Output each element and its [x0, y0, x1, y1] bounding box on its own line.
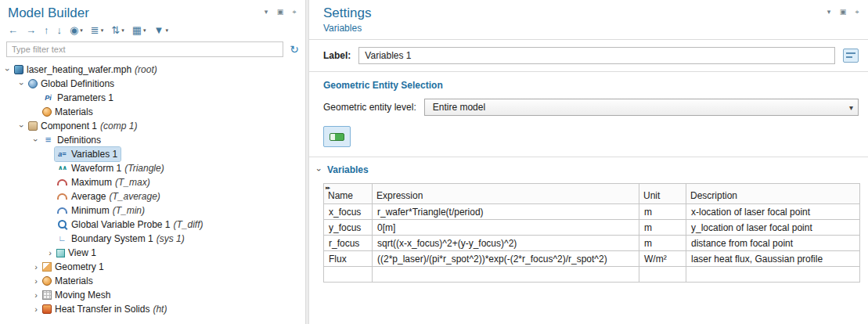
collapse-expand-icon[interactable]: ⇅▾ [111, 24, 124, 36]
chevron-collapsed-icon[interactable]: › [31, 288, 41, 302]
tree-item[interactable]: ›Definitions [0, 133, 305, 147]
chevron-collapsed-icon[interactable]: › [45, 246, 55, 260]
chevron-collapsed-icon[interactable]: › [31, 260, 41, 274]
active-selection-toggle[interactable] [323, 126, 351, 147]
cell-unit[interactable]: W/m² [639, 251, 686, 267]
tree-item[interactable]: ›View 1 [0, 246, 305, 260]
tree-item[interactable]: ›Moving Mesh [0, 288, 305, 302]
table-row[interactable] [324, 267, 860, 283]
tree-item-tag: (comp 1) [100, 119, 137, 133]
float-icon[interactable]: ▣ [276, 8, 285, 16]
tree-item[interactable]: ›Global Definitions [0, 77, 305, 91]
pin-icon[interactable]: ⌖ [852, 8, 862, 16]
pin-icon[interactable]: ⌖ [290, 8, 299, 16]
chevron-collapsed-icon[interactable]: › [31, 302, 41, 316]
header-unit[interactable]: Unit [639, 184, 686, 204]
cell-unit[interactable]: m [639, 204, 686, 220]
cell-description[interactable]: laser heat flux, Gaussian profile [686, 251, 860, 267]
filter-icon[interactable]: ▼▾ [154, 24, 168, 36]
float-icon[interactable]: ▣ [838, 8, 848, 16]
table-row[interactable]: Flux((2*p_laser)/(pi*r_spot^2))*exp(-(2*… [324, 251, 860, 267]
tree-item[interactable]: Maximum(T_max) [0, 175, 305, 189]
header-expression[interactable]: Expression [373, 184, 639, 204]
chevron-expanded-icon[interactable]: › [15, 79, 29, 88]
tree-item[interactable]: Materials [0, 105, 305, 119]
tree-item[interactable]: Minimum(T_min) [0, 203, 305, 218]
globe-icon [28, 79, 38, 88]
tree-item[interactable]: Boundary System 1(sys 1) [0, 232, 305, 246]
settings-window-controls: ▾▣⌖ [824, 8, 862, 16]
materials-icon [42, 276, 52, 286]
tree-item-tag: (root) [135, 63, 157, 77]
refresh-icon[interactable]: ↻ [290, 43, 299, 56]
go-back-icon[interactable]: ← [8, 24, 18, 36]
tree-item-label: Variables 1 [71, 147, 117, 161]
chevron-down-icon: ▾ [849, 103, 853, 112]
cell-unit[interactable]: m [639, 220, 686, 236]
show-icon[interactable]: ◉▾ [70, 24, 83, 36]
chevron-expanded-icon[interactable]: › [29, 135, 43, 145]
move-down-icon[interactable]: ↓ [57, 24, 63, 36]
tree-item[interactable]: ›Materials [0, 274, 305, 288]
move-up-icon[interactable]: ↑ [44, 24, 49, 36]
entity-level-value: Entire model [433, 102, 485, 113]
tree-item[interactable]: ›Component 1(comp 1) [0, 119, 305, 133]
tree-item[interactable]: ›laser_heating_wafer.mph(root) [0, 63, 305, 77]
cell-description[interactable]: x-location of laser focal point [686, 204, 860, 220]
header-description[interactable]: Description [686, 184, 860, 204]
collapse-icon[interactable]: ▾ [261, 8, 271, 16]
cell-description[interactable]: distance from focal point [686, 236, 860, 251]
more-options-icon[interactable] [843, 49, 859, 63]
tree-item[interactable]: Average(T_average) [0, 189, 305, 203]
header-name[interactable]: ▸▸ Name [324, 184, 373, 204]
cell-name[interactable]: x_focus [324, 204, 373, 220]
chevron-expanded-icon[interactable]: › [15, 121, 29, 131]
tree-item[interactable]: Waveform 1(Triangle) [0, 161, 305, 175]
section-variables-header[interactable]: › Variables [309, 157, 868, 181]
entity-level-label: Geometric entity level: [323, 102, 416, 113]
table-row[interactable]: r_focussqrt((x-x_focus)^2+(y-y_focus)^2)… [324, 236, 860, 251]
tree-item-label: Parameters 1 [57, 91, 113, 105]
tree-item[interactable]: ›Geometry 1 [0, 260, 305, 274]
label-field-label: Label: [323, 50, 351, 61]
label-input[interactable] [358, 47, 835, 64]
sort-icon: ▸▸ [326, 185, 330, 191]
geometry-icon [42, 262, 52, 272]
tree-item[interactable]: Variables 1 [0, 147, 305, 161]
cell-expression[interactable]: sqrt((x-x_focus)^2+(y-y_focus)^2) [373, 236, 639, 251]
entity-level-dropdown[interactable]: Entire model ▾ [424, 99, 859, 116]
go-forward-icon[interactable]: → [26, 24, 36, 36]
cell-name[interactable]: y_focus [324, 220, 373, 236]
tree-item[interactable]: ›Heat Transfer in Solids(ht) [0, 302, 305, 316]
model-builder-window-controls: ▾▣⌖ [261, 8, 299, 16]
chevron-collapsed-icon[interactable]: › [31, 274, 41, 288]
table-row[interactable]: y_focus0[m]my_location of laser focal po… [324, 220, 860, 236]
cell-name[interactable]: Flux [324, 251, 373, 267]
cell-unit[interactable]: m [639, 236, 686, 251]
cell-expression[interactable]: 0[m] [373, 220, 639, 236]
settings-panel: Settings ▾▣⌖ Variables Label: Geometric … [309, 0, 868, 324]
tree-item-label: Materials [55, 274, 93, 288]
variables-table: ▸▸ Name Expression Unit Description x_fo… [323, 183, 860, 283]
tree-item[interactable]: Global Variable Probe 1(T_diff) [0, 218, 305, 232]
cell-description[interactable]: y_location of laser focal point [686, 220, 860, 236]
tree-item-label: laser_heating_wafer.mph [27, 63, 131, 77]
tree-item-tag: (Triangle) [124, 161, 164, 175]
cell-name[interactable]: r_focus [324, 236, 373, 251]
chevron-expanded-icon[interactable]: › [1, 65, 15, 74]
component-icon [28, 121, 38, 131]
cell-description[interactable] [686, 267, 860, 283]
model-tree-nodes-icon[interactable]: ≣▾ [91, 24, 103, 36]
collapse-icon[interactable]: ▾ [824, 8, 834, 16]
table-row[interactable]: x_focusr_wafer*Triangle(t/period)mx-loca… [324, 204, 860, 220]
cell-expression[interactable]: ((2*p_laser)/(pi*r_spot^2))*exp(-(2*r_fo… [373, 251, 639, 267]
node-grouping-icon[interactable]: ▦▾ [132, 24, 146, 36]
chevron-down-icon: ▾ [80, 27, 83, 34]
cell-unit[interactable] [639, 267, 686, 283]
filter-input[interactable] [6, 41, 283, 57]
tree-item-tag: (T_average) [109, 189, 160, 203]
cell-name[interactable] [324, 267, 373, 283]
tree-item[interactable]: Parameters 1 [0, 91, 305, 105]
cell-expression[interactable]: r_wafer*Triangle(t/period) [373, 204, 639, 220]
cell-expression[interactable] [373, 267, 639, 283]
